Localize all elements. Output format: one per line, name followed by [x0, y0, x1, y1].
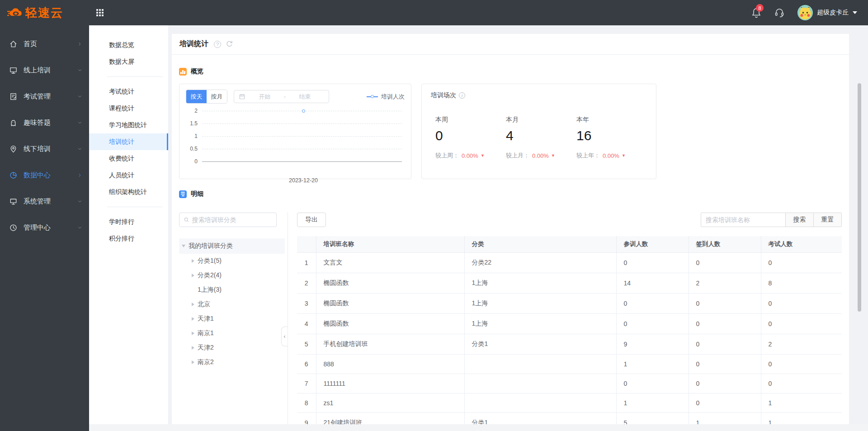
- sidebar-item-system-management[interactable]: 系统管理: [0, 188, 89, 214]
- table-cell: 0: [761, 253, 842, 273]
- sidebar-item-admin-center[interactable]: 管理中心: [0, 214, 89, 241]
- compare-label: 较上年：: [576, 152, 600, 160]
- tree-item-beijing[interactable]: 北京: [179, 297, 285, 312]
- table-header-1: 培训班名称: [316, 236, 464, 253]
- y-tick-label: 0.5: [186, 146, 202, 152]
- overview-section-header: 概览: [179, 67, 842, 76]
- table-cell: 1: [761, 393, 842, 413]
- quiz-icon: [9, 118, 18, 127]
- collapse-tree-button[interactable]: ‹: [281, 327, 288, 346]
- submenu-item-exam-stats[interactable]: 考试统计: [89, 83, 168, 100]
- table-row: 3椭圆函数1上海000: [297, 294, 842, 314]
- tree-item-label: 天津2: [198, 344, 214, 352]
- submenu-item-org-stats[interactable]: 组织架构统计: [89, 184, 168, 200]
- refresh-icon[interactable]: [226, 40, 233, 48]
- help-icon[interactable]: ?: [214, 41, 221, 48]
- table-cell: 8: [297, 393, 316, 413]
- table-cell: 0: [616, 253, 689, 273]
- tree-item-label: 分类2(4): [198, 271, 222, 279]
- tree-search-input[interactable]: [192, 216, 272, 223]
- stats-title: 培训场次: [431, 91, 456, 99]
- calendar-icon: [239, 93, 245, 100]
- tree-root-item[interactable]: 我的培训班分类: [179, 238, 285, 254]
- compare-percent: 0.00%: [462, 152, 478, 159]
- tab-by-month[interactable]: 按月: [207, 90, 227, 103]
- tree-item-cat1[interactable]: 分类1(5): [179, 254, 285, 268]
- table-header-2: 分类: [464, 236, 616, 253]
- submenu-item-fee-stats[interactable]: 收费统计: [89, 150, 168, 167]
- chevron-down-icon: [77, 146, 83, 152]
- stat-column-1: 本月4较上月：0.00%▼: [506, 116, 576, 160]
- top-bar: 轻速云 8: [0, 0, 868, 25]
- export-button[interactable]: 导出: [297, 213, 326, 227]
- table-header-4: 签到人数: [689, 236, 761, 253]
- submenu-item-hours-rank[interactable]: 学时排行: [89, 213, 168, 230]
- tree-item-label: 天津1: [198, 315, 214, 323]
- support-headset-icon[interactable]: [774, 7, 785, 18]
- table-cell: 0: [689, 334, 761, 355]
- tree-item-tianjin2[interactable]: 天津2: [179, 341, 285, 355]
- table-cell: 0: [616, 374, 689, 393]
- sidebar-item-label: 线下培训: [24, 145, 77, 153]
- table-cell: 1上海: [464, 294, 616, 314]
- grid-row: 0.5: [186, 149, 405, 161]
- tree-item-label: 北京: [198, 300, 210, 308]
- date-range-picker[interactable]: 开始 - 结束: [234, 90, 329, 103]
- submenu-item-points-rank[interactable]: 积分排行: [89, 230, 168, 247]
- y-tick-label: 2: [186, 108, 202, 114]
- table-cell: 0: [761, 355, 842, 374]
- trend-down-icon: ▼: [622, 153, 626, 158]
- table-cell: 0: [761, 374, 842, 393]
- caret-right-icon: [192, 360, 194, 364]
- main-area: 培训统计 ? 概览: [168, 25, 868, 431]
- table-cell: 3: [297, 294, 316, 314]
- submenu-item-data-overview[interactable]: 数据总览: [89, 37, 168, 53]
- sidebar-item-offline-training[interactable]: 线下培训: [0, 136, 89, 162]
- submenu-item-map-stats[interactable]: 学习地图统计: [89, 117, 168, 133]
- notification-bell-icon[interactable]: 8: [751, 7, 761, 18]
- caret-right-icon: [192, 259, 194, 263]
- tree-item-shanghai[interactable]: 1上海(3): [179, 283, 285, 297]
- line-chart: 21.510.50 2023-12-20: [186, 111, 405, 184]
- apps-grid-icon[interactable]: [96, 9, 104, 16]
- sidebar-item-data-center[interactable]: 数据中心: [0, 162, 89, 188]
- caret-right-icon: [192, 317, 194, 321]
- submenu-item-data-screen[interactable]: 数据大屏: [89, 53, 168, 70]
- info-icon[interactable]: i: [459, 92, 465, 99]
- pie-chart-icon: [9, 171, 18, 180]
- reset-button[interactable]: 重置: [813, 213, 841, 227]
- table-cell: 2: [297, 273, 316, 294]
- name-search-input[interactable]: [701, 213, 785, 227]
- menu-divider: [107, 76, 163, 77]
- user-menu[interactable]: 超级皮卡丘: [797, 5, 857, 20]
- location-icon: [9, 145, 18, 153]
- tree-search-box: [179, 213, 277, 227]
- tree-item-cat2[interactable]: 分类2(4): [179, 268, 285, 283]
- gridline: [202, 123, 402, 124]
- table-cell: 1111111: [316, 374, 464, 393]
- tree-item-nanjing1[interactable]: 南京1: [179, 326, 285, 341]
- gridline: [202, 149, 402, 149]
- table-row: 921创建培训班分类1511: [297, 413, 842, 425]
- table-header-5: 考试人数: [761, 236, 842, 253]
- tree-item-tianjin1[interactable]: 天津1: [179, 312, 285, 326]
- table-search-group: 搜索 重置: [701, 213, 842, 227]
- grid-row: 0: [186, 161, 405, 174]
- sidebar-item-exam-management[interactable]: 考试管理: [0, 83, 89, 109]
- tab-by-day[interactable]: 按天: [186, 90, 207, 103]
- submenu-item-course-stats[interactable]: 课程统计: [89, 100, 168, 117]
- search-button[interactable]: 搜索: [785, 213, 813, 227]
- sidebar-item-home[interactable]: 首页: [0, 31, 89, 57]
- sidebar-item-online-training[interactable]: 线上培训: [0, 57, 89, 83]
- submenu-item-training-stats[interactable]: 培训统计: [89, 133, 168, 150]
- vertical-scrollbar-thumb[interactable]: [858, 83, 861, 312]
- gridline: [202, 136, 402, 137]
- tree-item-nanjing2[interactable]: 南京2: [179, 355, 285, 369]
- chevron-right-icon: [77, 41, 83, 47]
- submenu-item-personnel-stats[interactable]: 人员统计: [89, 167, 168, 184]
- stat-value: 0: [435, 128, 506, 143]
- sidebar-item-fun-quiz[interactable]: 趣味答题: [0, 109, 89, 136]
- chevron-down-icon: [77, 67, 83, 73]
- stat-compare: 较上月：0.00%▼: [506, 152, 576, 160]
- table-cell: 1: [616, 393, 689, 413]
